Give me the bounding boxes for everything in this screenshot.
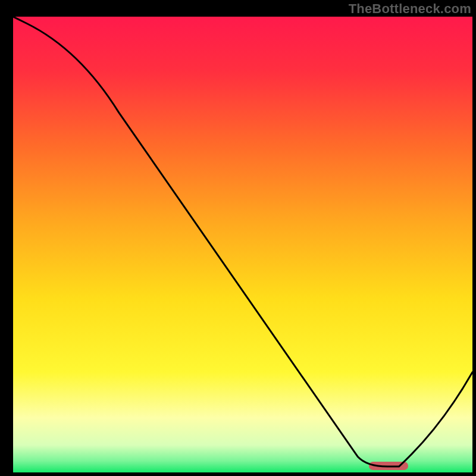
heat-gradient-background <box>13 17 472 472</box>
chart-frame: TheBottleneck.com <box>0 0 476 476</box>
plot-area <box>13 17 472 472</box>
watermark-text: TheBottleneck.com <box>349 1 471 17</box>
